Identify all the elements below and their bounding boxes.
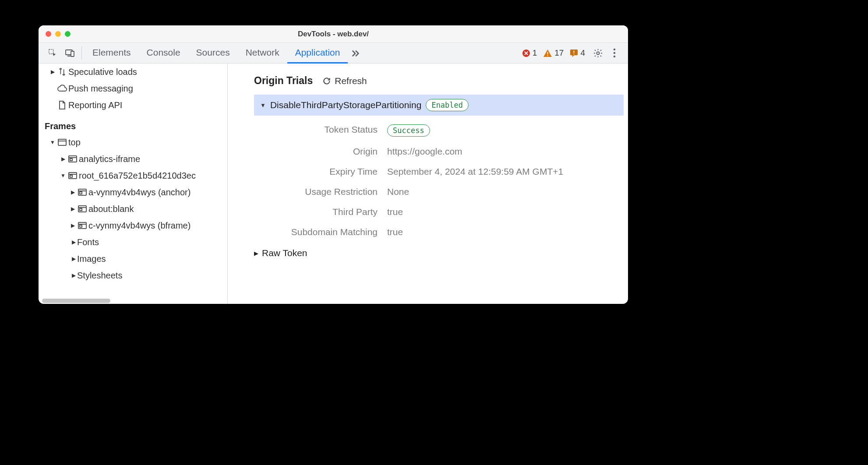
origin-trial-name: DisableThirdPartyStoragePartitioning: [270, 100, 422, 110]
svg-rect-20: [70, 175, 72, 177]
third-party-label: Third Party: [254, 207, 378, 217]
status-badge: Enabled: [426, 99, 469, 111]
frame-label: analytics-iframe: [79, 154, 140, 164]
usage-value: None: [387, 187, 602, 197]
frames-heading: Frames: [39, 118, 227, 134]
expiry-value: September 4, 2024 at 12:59:59 AM GMT+1: [387, 166, 602, 177]
chevron-right-icon: ▶: [70, 239, 77, 245]
warning-count[interactable]: 17: [543, 48, 564, 58]
sidebar-item-label: Push messaging: [68, 84, 133, 94]
sidebar[interactable]: ▶ Speculative loads Push messaging Repor…: [39, 63, 228, 304]
refresh-button[interactable]: Refresh: [322, 76, 367, 86]
folder-fonts[interactable]: ▶ Fonts: [39, 234, 227, 250]
tab-application[interactable]: Application: [287, 43, 348, 63]
svg-rect-4: [547, 52, 548, 54]
chevron-down-icon: ▼: [260, 102, 266, 109]
chevron-right-icon: ▶: [69, 189, 76, 195]
inspect-icon[interactable]: [44, 43, 61, 63]
svg-rect-13: [58, 139, 66, 145]
chevron-right-icon: ▶: [69, 206, 76, 212]
expiry-label: Expiry Time: [254, 166, 378, 177]
warning-count-value: 17: [554, 48, 564, 58]
iframe-icon: [76, 205, 88, 213]
origin-value: https://google.com: [387, 146, 602, 157]
frame-label: top: [68, 137, 81, 148]
file-icon: [56, 100, 68, 110]
close-icon[interactable]: [46, 31, 51, 37]
sidebar-item-reporting-api[interactable]: Reporting API: [39, 97, 227, 113]
frame-label: c-vynmy4vb4wys (bframe): [88, 221, 191, 231]
cloud-icon: [56, 84, 68, 93]
chevron-right-icon: ▶: [70, 272, 77, 278]
content: ▶ Speculative loads Push messaging Repor…: [39, 63, 628, 304]
svg-rect-8: [574, 53, 575, 54]
minimize-icon[interactable]: [55, 31, 61, 37]
device-icon[interactable]: [61, 43, 79, 63]
usage-label: Usage Restriction: [254, 187, 378, 197]
folder-label: Stylesheets: [77, 271, 122, 281]
frame-label: root_616a752e1b5d4210d3ec: [79, 171, 196, 181]
frame-anchor[interactable]: ▶ a-vynmy4vb4wys (anchor): [39, 184, 227, 201]
svg-point-9: [596, 52, 599, 54]
sidebar-item-speculative-loads[interactable]: ▶ Speculative loads: [39, 63, 227, 80]
tab-network[interactable]: Network: [238, 43, 287, 63]
origin-trials-title: Origin Trials: [254, 75, 313, 87]
raw-token-label: Raw Token: [262, 248, 307, 258]
tab-sources[interactable]: Sources: [188, 43, 238, 63]
frame-label: about:blank: [88, 204, 134, 214]
svg-rect-2: [71, 51, 74, 56]
third-party-value: true: [387, 207, 602, 217]
separator: [81, 46, 82, 60]
frame-about-blank[interactable]: ▶ about:blank: [39, 201, 227, 217]
svg-rect-26: [80, 208, 82, 211]
frame-top[interactable]: ▼ top: [39, 134, 227, 151]
raw-token-row[interactable]: ▶ Raw Token: [228, 237, 628, 267]
folder-label: Images: [77, 254, 106, 264]
chevron-right-icon: ▶: [70, 256, 77, 262]
token-status-badge: Success: [387, 124, 430, 137]
origin-label: Origin: [254, 146, 378, 157]
frame-bframe[interactable]: ▶ c-vynmy4vb4wys (bframe): [39, 217, 227, 234]
horizontal-scrollbar[interactable]: [42, 299, 110, 303]
subdomain-label: Subdomain Matching: [254, 227, 378, 237]
tab-strip: Elements Console Sources Network Applica…: [85, 43, 348, 63]
origin-trial-details: Token Status Success Origin https://goog…: [228, 116, 628, 237]
issue-count[interactable]: 4: [570, 48, 585, 58]
devtools-window: DevTools - web.dev/ Elements Console Sou…: [39, 25, 628, 304]
svg-rect-29: [80, 225, 82, 227]
refresh-label: Refresh: [335, 76, 367, 86]
folder-stylesheets[interactable]: ▶ Stylesheets: [39, 267, 227, 284]
error-count[interactable]: 1: [522, 48, 537, 58]
folder-images[interactable]: ▶ Images: [39, 250, 227, 267]
maximize-icon[interactable]: [65, 31, 71, 37]
svg-rect-5: [547, 55, 548, 56]
error-count-value: 1: [533, 48, 537, 58]
chevron-right-icon: ▶: [254, 250, 258, 257]
iframe-icon: [76, 188, 88, 196]
toolbar: Elements Console Sources Network Applica…: [39, 43, 628, 63]
chevron-down-icon: ▼: [60, 173, 67, 179]
svg-rect-23: [80, 192, 82, 194]
titlebar: DevTools - web.dev/: [39, 25, 628, 43]
frame-root[interactable]: ▼ root_616a752e1b5d4210d3ec: [39, 167, 227, 184]
chevron-right-icon: ▶: [69, 222, 76, 229]
window-icon: [56, 138, 68, 146]
origin-trial-row[interactable]: ▼ DisableThirdPartyStoragePartitioning E…: [254, 95, 624, 116]
tab-console[interactable]: Console: [139, 43, 188, 63]
chevron-right-icon: ▶: [60, 156, 67, 162]
refresh-icon: [322, 77, 331, 85]
window-title: DevTools - web.dev/: [39, 30, 628, 39]
settings-icon[interactable]: [589, 43, 606, 63]
issue-count-value: 4: [580, 48, 585, 58]
subdomain-value: true: [387, 227, 602, 237]
frame-label: a-vynmy4vb4wys (anchor): [88, 187, 191, 197]
sidebar-item-push-messaging[interactable]: Push messaging: [39, 80, 227, 97]
main-header: Origin Trials Refresh: [228, 75, 628, 95]
frame-analytics[interactable]: ▶ analytics-iframe: [39, 151, 227, 167]
tab-overflow-icon[interactable]: [348, 48, 363, 58]
token-status-label: Token Status: [254, 124, 378, 137]
svg-point-11: [614, 52, 616, 54]
tab-elements[interactable]: Elements: [85, 43, 139, 63]
more-icon[interactable]: [606, 43, 623, 63]
chevron-down-icon: ▼: [49, 139, 56, 145]
